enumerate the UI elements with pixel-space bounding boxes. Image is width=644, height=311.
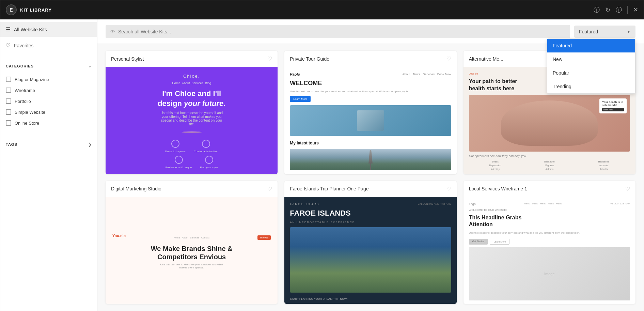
ps-features-2: Professional & unique Find your style — [166, 156, 218, 169]
tags-header[interactable]: TAGS ❯ — [0, 139, 97, 150]
am-service-4: Depression — [469, 164, 522, 167]
kit-title-digital-marketing: Digital Marketing Studio — [111, 186, 161, 191]
search-input[interactable] — [118, 29, 565, 34]
ls-btn-primary[interactable]: Get Started — [469, 239, 488, 245]
ls-headline: This Headline GrabsAttention — [469, 214, 630, 229]
category-item-wireframe[interactable]: Wireframe — [6, 85, 92, 96]
tg-nav: Paolo About Tours Services Book Now — [290, 72, 451, 76]
favorites-label: Favorites — [14, 43, 34, 48]
category-label-store: Online Store — [15, 121, 39, 126]
ps-feature-label-2: Comfortable fashion — [194, 150, 218, 153]
am-footer-text: Our specialists see how they can help yo… — [469, 154, 630, 158]
category-checkbox-simple[interactable] — [6, 109, 11, 115]
ps-headline: I'm Chloe and I'lldesign your future. — [158, 89, 225, 108]
am-service-8: Asthma — [523, 168, 576, 170]
am-service-6: Insomnia — [577, 164, 630, 167]
info-icon[interactable]: ⓘ — [616, 6, 622, 14]
tg-logo: Paolo — [290, 72, 300, 76]
favorite-button-personal-stylist[interactable]: ♡ — [267, 56, 272, 62]
kit-card-faroe-islands: Faroe Islands Trip Planner One Page ♡ FA… — [284, 181, 456, 304]
category-checkbox-blog[interactable] — [6, 77, 11, 82]
favorite-button-tour-guide[interactable]: ♡ — [446, 56, 451, 62]
kit-preview-local-services[interactable]: Logo Menu Menu Menu Menu Menu +1 (800) 1… — [464, 197, 635, 304]
question-circle-icon[interactable]: ⓘ — [594, 6, 600, 14]
ps-feature-label-1: Dress to impress — [165, 150, 186, 153]
ps-feature-circle-4 — [205, 156, 213, 164]
filter-option-popular[interactable]: Popular — [547, 66, 635, 80]
kit-card-header-digital-marketing: Digital Marketing Studio ♡ — [106, 181, 278, 197]
kit-card-digital-marketing: Digital Marketing Studio ♡ You.nic Home … — [106, 181, 278, 304]
categories-title: CATEGORIES — [6, 64, 34, 68]
tg-welcome-btn: Learn More — [290, 96, 311, 102]
filter-option-featured[interactable]: Featured — [547, 39, 635, 52]
top-bar-left: E KIT LIBRARY — [6, 4, 52, 15]
filter-select-button[interactable]: Featured ▼ — [574, 26, 635, 38]
category-item-portfolio[interactable]: Portfolio — [6, 96, 92, 107]
categories-section: CATEGORIES ⌄ Blog or Magazine Wireframe … — [0, 61, 97, 131]
menu-icon: ☰ — [6, 26, 11, 33]
am-service-9: Arthritis — [577, 168, 630, 170]
filter-option-new[interactable]: New — [547, 52, 635, 66]
dm-logo: You.nic — [112, 234, 126, 238]
am-body-img: Your health is in safe hands! Book Now — [469, 95, 630, 152]
ls-nav-links: Menu Menu Menu Menu Menu — [524, 202, 562, 206]
ls-logo: Logo — [469, 202, 476, 206]
ls-phone: +1 (800) 123-4567 — [610, 202, 630, 206]
ls-welcome-text: WELCOME TO OUR WEBSITE — [469, 208, 630, 212]
category-checkbox-portfolio[interactable] — [6, 98, 11, 104]
ps-brand: Chloe. — [183, 74, 200, 79]
sidebar-all-kits[interactable]: ☰ All Website Kits — [0, 22, 97, 37]
ps-avatar — [182, 131, 202, 133]
am-card-btn: Book Now — [602, 108, 624, 111]
category-item-blog[interactable]: Blog or Magazine — [6, 74, 92, 85]
favorite-button-digital-marketing[interactable]: ♡ — [267, 186, 272, 192]
ps-features: Dress to impress Comfortable fashion — [165, 140, 218, 153]
fi-img — [290, 227, 451, 293]
dm-nav-links: Home About Services Contact — [174, 236, 209, 239]
category-checkbox-wireframe[interactable] — [6, 88, 11, 93]
kit-card-personal-stylist: Personal Stylist ♡ Chloe. Home About Ser… — [106, 51, 278, 174]
dm-cta-btn: Hire Us — [257, 235, 271, 240]
kit-preview-faroe-islands[interactable]: FAROE TOURS CALL ON: 000 / 123 / 456 / 7… — [284, 197, 456, 304]
category-checkbox-store[interactable] — [6, 120, 11, 126]
app-logo: E — [6, 4, 17, 15]
filter-chevron-icon: ▼ — [627, 29, 631, 34]
search-wrapper: ⚮ — [106, 25, 570, 38]
am-service-1: Stress — [469, 160, 522, 163]
kit-title-personal-stylist: Personal Stylist — [111, 56, 144, 62]
faroe-islands-preview-content: FAROE TOURS CALL ON: 000 / 123 / 456 / 7… — [284, 197, 456, 304]
ls-sub: Use this space to describe your services… — [469, 231, 630, 235]
tags-chevron-icon: ❯ — [88, 142, 92, 147]
ps-feature-circle-1 — [171, 140, 179, 148]
fi-logo: FAROE TOURS — [290, 202, 319, 206]
search-icon: ⚮ — [110, 28, 115, 35]
ps-feature-circle-3 — [175, 156, 183, 164]
categories-header[interactable]: CATEGORIES ⌄ — [0, 61, 97, 71]
tg-welcome-section: WELCOME Use this text box to describe yo… — [290, 80, 451, 102]
kit-title-faroe-islands: Faroe Islands Trip Planner One Page — [290, 186, 368, 191]
kit-preview-personal-stylist[interactable]: Chloe. Home About Services Blog I'm Chlo… — [106, 67, 278, 174]
ps-nav: Home About Services Blog — [172, 81, 211, 85]
kit-preview-tour-guide[interactable]: Paolo About Tours Services Book Now WELC… — [284, 67, 456, 174]
all-kits-label: All Website Kits — [14, 27, 47, 32]
category-item-simple[interactable]: Simple Website — [6, 107, 92, 118]
dm-headline: We Make Brands Shine &Competitors Enviou… — [151, 245, 233, 261]
filter-option-trending[interactable]: Trending — [547, 80, 635, 93]
tg-eiffel-img — [290, 149, 451, 170]
category-label-portfolio: Portfolio — [15, 99, 31, 104]
kit-preview-digital-marketing[interactable]: You.nic Home About Services Contact Hire… — [106, 197, 278, 304]
digital-marketing-preview-content: You.nic Home About Services Contact Hire… — [106, 197, 278, 304]
favorite-button-local-services[interactable]: ♡ — [625, 186, 630, 192]
ls-btn-secondary[interactable]: Learn More — [490, 239, 509, 245]
kit-card-tour-guide: Private Tour Guide ♡ Paolo About Tours S… — [284, 51, 456, 174]
fi-cta: START PLANNING YOUR DREAM TRIP NOW! — [290, 297, 451, 300]
main-layout: ☰ All Website Kits ♡ Favorites CATEGORIE… — [0, 19, 644, 311]
ls-nav: Logo Menu Menu Menu Menu Menu +1 (800) 1… — [469, 202, 630, 206]
refresh-icon[interactable]: ↻ — [605, 6, 610, 14]
favorite-button-faroe-islands[interactable]: ♡ — [446, 186, 451, 192]
sidebar-favorites[interactable]: ♡ Favorites — [0, 38, 97, 53]
close-icon[interactable]: ✕ — [633, 6, 638, 14]
tg-welcome-img — [290, 105, 451, 136]
top-bar: E KIT LIBRARY ⓘ ↻ ⓘ ✕ — [0, 0, 644, 19]
category-item-store[interactable]: Online Store — [6, 118, 92, 128]
